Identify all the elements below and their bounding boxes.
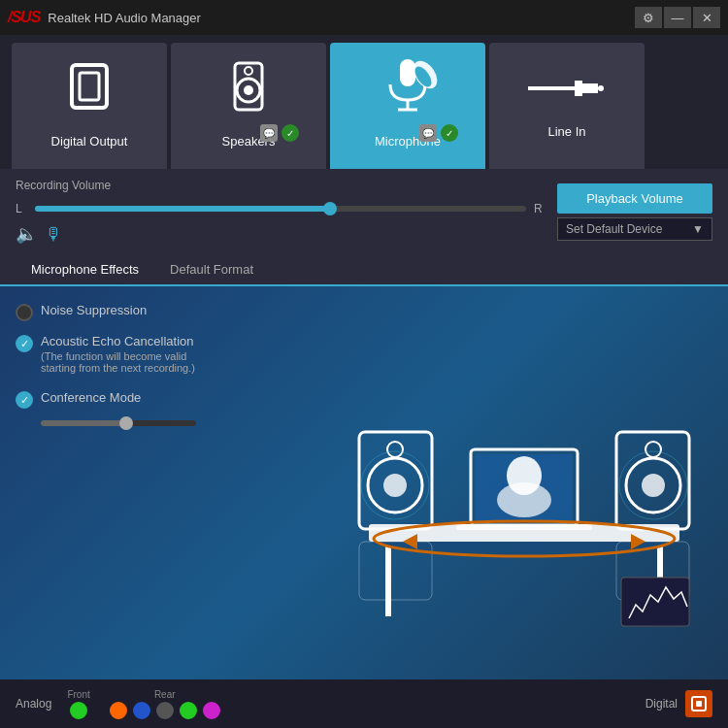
rear-dot-4[interactable] xyxy=(180,702,197,719)
default-device-dropdown[interactable]: Set Default Device ▼ xyxy=(557,217,712,241)
line-in-icon xyxy=(528,65,606,118)
svg-point-26 xyxy=(642,474,665,497)
volume-left: Recording Volume L R 🔈 🎙 xyxy=(16,179,546,245)
noise-suppression-check[interactable] xyxy=(16,304,33,321)
tab-microphone-effects[interactable]: Microphone Effects xyxy=(16,254,154,286)
svg-rect-37 xyxy=(621,578,689,626)
digital-label: Digital xyxy=(645,697,678,711)
tab-microphone[interactable]: 💬 ✓ Microphone xyxy=(330,43,485,169)
playback-volume-button[interactable]: Playback Volume xyxy=(557,183,712,214)
svg-point-22 xyxy=(387,442,403,457)
minimize-button[interactable]: — xyxy=(664,7,691,28)
front-dots xyxy=(70,702,87,719)
speakers-chat-badge: 💬 xyxy=(260,124,278,142)
analog-label: Analog xyxy=(16,697,51,711)
svg-point-32 xyxy=(497,482,551,517)
echo-cancellation-label: Acoustic Echo Cancellation xyxy=(41,333,195,350)
svg-point-4 xyxy=(244,85,253,95)
rear-dot-2[interactable] xyxy=(133,702,150,719)
digital-output-icon xyxy=(58,55,120,128)
tab-digital-output[interactable]: Digital Output xyxy=(12,43,167,169)
svg-point-21 xyxy=(383,474,407,497)
line-in-label: Line In xyxy=(547,124,585,139)
digital-icon[interactable] xyxy=(685,690,712,717)
left-channel-label: L xyxy=(16,202,27,215)
digital-output-label: Digital Output xyxy=(51,134,128,149)
svg-rect-41 xyxy=(696,701,702,707)
volume-lr-row: L R xyxy=(16,202,546,215)
title-controls: ⚙ — ✕ xyxy=(635,7,720,28)
device-tabs: Digital Output 💬 ✓ Speakers xyxy=(0,35,728,169)
conference-mode-check[interactable] xyxy=(16,391,33,409)
window-title: Realtek HD Audio Manager xyxy=(48,11,627,25)
svg-rect-14 xyxy=(598,85,604,91)
rear-dot-3[interactable] xyxy=(156,702,174,719)
echo-cancellation-text: Acoustic Echo Cancellation (The function… xyxy=(41,333,195,374)
rear-dots xyxy=(110,702,220,719)
svg-point-5 xyxy=(245,67,252,75)
front-label: Front xyxy=(67,689,89,700)
audio-scene xyxy=(340,306,709,636)
tab-line-in[interactable]: Line In xyxy=(489,43,645,169)
main-window: Digital Output 💬 ✓ Speakers xyxy=(0,35,728,728)
microphone-check-badge: ✓ xyxy=(441,124,458,142)
tabs-row: Microphone Effects Default Format xyxy=(0,254,728,286)
mic-active-icon: 🎙 xyxy=(45,224,62,245)
settings-button[interactable]: ⚙ xyxy=(635,7,662,28)
echo-cancellation-sublabel: (The function will become validstarting … xyxy=(41,350,195,374)
microphone-badge-area: 💬 ✓ xyxy=(419,124,458,142)
svg-rect-6 xyxy=(400,59,415,86)
tab-default-format[interactable]: Default Format xyxy=(154,254,269,286)
noise-suppression-label: Noise Suppression xyxy=(41,302,147,319)
svg-rect-1 xyxy=(80,73,99,100)
title-bar: /SUS Realtek HD Audio Manager ⚙ — ✕ xyxy=(0,0,728,35)
rear-label: Rear xyxy=(154,689,176,700)
default-device-label: Set Default Device xyxy=(566,222,662,236)
status-bar: Analog Front Rear xyxy=(0,679,728,728)
right-channel-label: R xyxy=(534,202,546,215)
speakers-check-badge: ✓ xyxy=(281,124,299,142)
asus-logo: /SUS xyxy=(8,9,40,26)
conference-mode-label: Conference Mode xyxy=(41,389,141,407)
conference-slider[interactable] xyxy=(41,420,196,426)
speakers-badge-area: 💬 ✓ xyxy=(260,124,299,142)
recording-slider[interactable] xyxy=(35,206,526,212)
microphone-icon xyxy=(377,55,439,128)
microphone-chat-badge: 💬 xyxy=(419,124,437,142)
close-button[interactable]: ✕ xyxy=(693,7,720,28)
volume-row: Recording Volume L R 🔈 🎙 Playback Volume xyxy=(0,169,728,254)
front-dot-1[interactable] xyxy=(70,702,87,719)
volume-icons: 🔈 🎙 xyxy=(16,223,546,245)
svg-rect-13 xyxy=(582,83,598,93)
svg-point-27 xyxy=(645,442,661,457)
echo-cancellation-check[interactable] xyxy=(16,335,33,352)
chevron-down-icon: ▼ xyxy=(692,222,704,236)
effects-panel: Noise Suppression Acoustic Echo Cancella… xyxy=(0,286,728,679)
svg-rect-33 xyxy=(456,524,592,530)
speaker-low-icon: 🔈 xyxy=(16,223,37,245)
recording-volume-label: Recording Volume xyxy=(16,179,546,192)
right-controls: Playback Volume Set Default Device ▼ xyxy=(557,183,712,241)
rear-dot-1[interactable] xyxy=(110,702,127,719)
svg-rect-12 xyxy=(575,81,582,96)
rear-jack-group: Rear xyxy=(110,689,220,719)
speakers-icon xyxy=(217,55,280,128)
front-jack-group: Front xyxy=(67,689,89,719)
digital-section: Digital xyxy=(645,690,712,717)
tab-speakers[interactable]: 💬 ✓ Speakers xyxy=(171,43,326,169)
rear-dot-5[interactable] xyxy=(203,702,220,719)
content-area: Recording Volume L R 🔈 🎙 Playback Volume xyxy=(0,169,728,728)
